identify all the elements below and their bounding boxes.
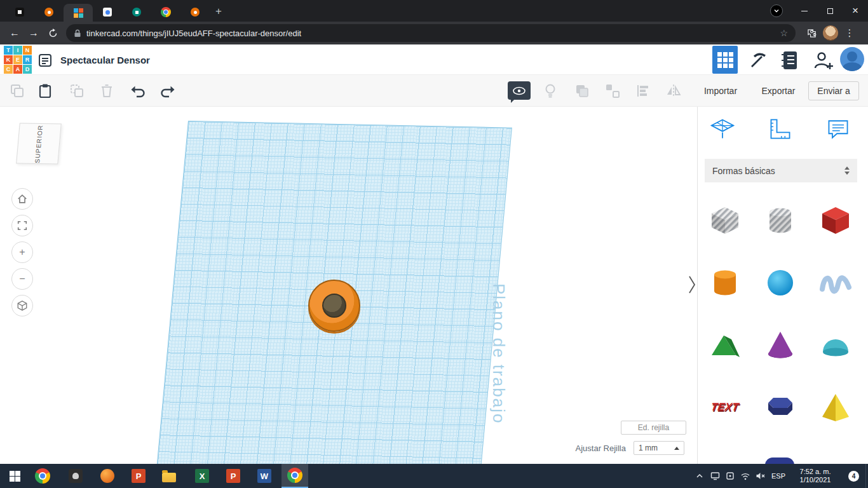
mirror-icon[interactable] [665,83,682,99]
group-icon[interactable] [574,83,590,99]
logo-tile: C [4,65,13,74]
notebook-icon[interactable] [780,50,800,71]
shape-polygon[interactable] [761,388,799,426]
home-view-button[interactable] [11,188,33,210]
shape-box[interactable] [817,201,855,240]
tray-monitor-icon[interactable] [707,464,722,488]
clock[interactable]: 7:52 a. m. 1/10/2021 [789,468,842,484]
add-person-icon[interactable] [812,50,835,71]
new-tab-button[interactable]: + [210,3,227,20]
browser-tab-7[interactable] [180,3,210,22]
shape-cylinder[interactable] [706,264,744,302]
shape-box-hole[interactable] [706,201,744,240]
browser-menu-icon[interactable]: ⋮ [840,24,859,43]
shape-gallery: TEXT [706,201,855,426]
volume-muted-icon[interactable] [753,464,768,488]
taskbar-chrome-active[interactable] [281,464,308,488]
lightbulb-icon[interactable] [542,83,559,99]
redo-icon[interactable] [159,83,176,99]
logo-tile: E [13,55,22,64]
shape-pyramid[interactable] [817,388,855,426]
show-desktop-button[interactable] [865,464,868,488]
reload-icon[interactable] [43,24,62,43]
media-controls-icon[interactable] [770,4,783,17]
ruler-tool-button[interactable] [766,114,794,144]
edit-grid-button[interactable]: Ed. rejilla [621,421,686,435]
browser-tab-5[interactable] [122,3,151,22]
back-icon[interactable]: ← [5,24,24,43]
torus-shape[interactable] [308,280,360,332]
close-button[interactable]: × [843,0,868,22]
paste-icon[interactable] [37,83,53,99]
shape-scribble[interactable] [817,264,855,302]
copy-icon[interactable] [9,83,25,99]
url-bar[interactable]: tinkercad.com/things/jIUJ5eudAFF-spectac… [66,24,796,42]
undo-icon[interactable] [130,83,146,99]
shape-dome[interactable] [817,326,855,364]
browser-tab-2[interactable] [34,3,64,22]
forward-icon[interactable]: → [24,24,43,43]
maximize-button[interactable] [817,0,843,22]
account-avatar[interactable] [840,47,864,71]
duplicate-icon[interactable] [69,83,85,99]
design-menu-icon[interactable] [37,52,53,69]
taskbar-chrome-1[interactable] [29,464,56,488]
taskbar-orange-app[interactable] [94,464,121,488]
home-icon [17,193,28,205]
notes-visibility-button[interactable] [508,81,531,100]
extensions-puzzle-icon[interactable] [802,24,821,43]
browser-tab-6[interactable] [151,3,180,22]
taskbar-excel[interactable]: X [189,464,215,488]
workplane-view-button[interactable] [712,46,738,74]
design-title[interactable]: Spectacular Densor [60,44,150,75]
fit-view-button[interactable] [11,215,33,236]
browser-tab-1[interactable] [5,3,34,22]
wifi-icon[interactable] [738,464,753,488]
start-button[interactable] [1,464,28,488]
taskbar-powerpoint-2[interactable]: P [220,464,247,488]
send-to-button[interactable]: Enviar a [808,81,859,100]
notification-badge[interactable]: 4 [848,471,859,482]
favicon-orange-people [44,8,53,17]
shape-roof[interactable] [706,326,744,364]
shape-sphere[interactable] [761,264,799,302]
tinkercad-logo[interactable]: T I N K E R C A D [4,46,32,74]
minimize-button[interactable] [792,0,817,22]
zoom-out-button[interactable]: − [11,268,33,290]
tray-app-icon[interactable] [722,464,738,488]
language-indicator[interactable]: ESP [768,464,789,488]
chevron-up-icon[interactable] [692,464,707,488]
browser-tab-tinkercad[interactable] [64,4,93,22]
shape-category-dropdown[interactable]: Formas básicas [705,159,857,182]
delete-icon[interactable] [98,83,115,99]
taskbar-powerpoint-1[interactable]: P [125,464,152,488]
workplane-tool-button[interactable] [709,114,736,144]
shape-text[interactable]: TEXT [706,388,744,426]
avatar-head [847,51,857,62]
zoom-in-button[interactable]: + [11,241,33,263]
favicon-dark-site [15,8,24,17]
taskbar-word[interactable]: W [251,464,278,488]
ungroup-icon[interactable] [604,83,621,99]
shape-partial[interactable] [765,458,794,464]
bookmark-star-icon[interactable]: ☆ [780,28,788,38]
pickaxe-icon[interactable] [747,51,768,70]
shape-cone[interactable] [761,326,799,364]
browser-tab-4[interactable] [93,3,122,22]
snap-grid-dropdown[interactable]: 1 mm [634,441,684,455]
snap-grid-label: Ajustar Rejilla [546,444,626,453]
perspective-button[interactable] [11,295,33,316]
collapse-panel-chevron[interactable] [686,273,697,296]
grid-icon [717,52,733,68]
taskbar-file-explorer[interactable] [156,464,182,488]
notes-tool-button[interactable] [824,114,852,144]
import-button[interactable]: Importar [699,81,742,100]
export-button[interactable]: Exportar [757,81,799,100]
align-icon[interactable] [635,83,651,99]
view-cube[interactable]: SUPERIOR [16,123,62,164]
browser-profile-avatar[interactable] [821,24,840,43]
taskbar-dark-app[interactable] [62,464,89,488]
design-canvas[interactable]: Plano de trabajo SUPERIOR + − Ed. rejill… [0,107,697,464]
lock-icon [74,29,81,37]
shape-cylinder-hole[interactable] [761,201,799,240]
